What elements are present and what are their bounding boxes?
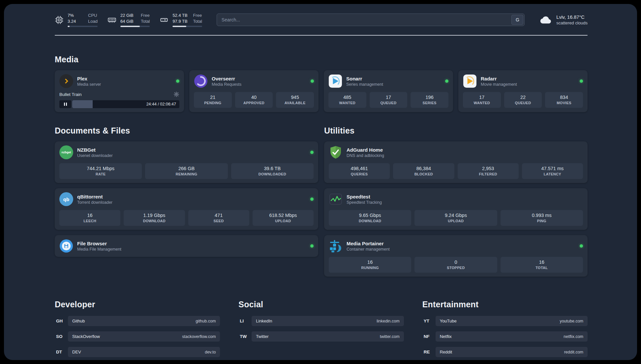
bookmark-group-social: Social LI LinkedIn linkedin.com TW Twitt… [238, 300, 404, 360]
stat-tile: 86,384 BLOCKED [393, 163, 454, 179]
weather-widget: Lviv, 16.87°C scattered clouds [539, 15, 588, 25]
card-subtitle: Media Requests [212, 82, 241, 87]
bookmark-url: github.com [196, 319, 216, 323]
stat-value: 16 [330, 259, 410, 265]
stat-tile: 9.24 Gbps UPLOAD [414, 210, 497, 226]
bookmark-name: Github [72, 318, 85, 323]
sonarr-card[interactable]: Sonarr Series management 485 WANTED 17 Q… [324, 70, 453, 112]
portainer-card[interactable]: Media Portainer Container management 16 … [324, 235, 588, 277]
adguard-card[interactable]: AdGuard Home DNS and adblocking 498,461 … [324, 141, 588, 183]
stat-tile: 471 SEED [188, 210, 249, 226]
status-dot [310, 197, 314, 201]
stat-tile: 16 TOTAL [501, 257, 583, 273]
bookmark-group-developer: Developer GH Github github.com SO StackO… [55, 300, 220, 360]
plex-icon [59, 74, 73, 88]
topbar-divider [55, 35, 588, 36]
bookmark-youtube[interactable]: YT YouTube youtube.com [422, 316, 588, 326]
bookmark-abbr: RE [422, 349, 436, 354]
bookmark-abbr: DT [55, 349, 68, 354]
nzbget-card[interactable]: nzbget NZBGet Usenet downloader 744.21 M… [55, 141, 318, 183]
status-dot [310, 151, 314, 154]
qbittorrent-icon-text: qb [63, 197, 69, 202]
stat-tile: 834 MOVIES [545, 92, 583, 108]
stat-label: QUEUED [371, 101, 406, 105]
disk-icon [160, 15, 168, 24]
bookmark-netflix[interactable]: NF Netflix netflix.com [422, 331, 588, 342]
stat-tile: 17 QUEUED [370, 92, 408, 108]
ram-label-1: Free [141, 13, 150, 18]
bookmark-url: linkedin.com [377, 319, 399, 323]
bookmark-linkedin[interactable]: LI LinkedIn linkedin.com [238, 316, 404, 326]
disk-widget: 52.4 TB 97.9 TB Free Total [160, 13, 202, 27]
stat-label: DOWNLOAD [125, 219, 183, 223]
documents-column: Documents & Files nzbget NZBGet Usenet d… [55, 112, 318, 257]
bookmark-pill: StackOverflow stackoverflow.com [68, 331, 220, 342]
pause-button[interactable] [59, 100, 71, 108]
stat-value: 17 [464, 95, 500, 100]
ram-usage-fill [120, 26, 140, 27]
media-player: 24:44 / 02:06:47 [59, 100, 179, 108]
stat-label: SEED [190, 219, 248, 223]
stat-tile: 485 WANTED [328, 92, 366, 108]
overseerr-card[interactable]: Overseerr Media Requests 21 PENDING 40 A… [189, 70, 319, 112]
section-title-entertainment: Entertainment [422, 300, 588, 309]
bookmark-twitter[interactable]: TW Twitter twitter.com [238, 331, 404, 342]
stat-value: 1.19 Gbps [125, 213, 183, 218]
stat-tile: 39.6 TB DOWNLOADED [231, 163, 314, 179]
card-subtitle: Usenet downloader [77, 153, 113, 158]
stat-value: 471 [190, 213, 248, 218]
cpu-icon [55, 15, 64, 24]
stat-tile: 0.993 ms PING [501, 210, 583, 226]
stat-label: PING [502, 219, 582, 223]
stat-value: 485 [330, 95, 365, 100]
speedtest-icon [329, 192, 343, 206]
radarr-card[interactable]: Radarr Movie management 17 WANTED 22 QUE… [458, 70, 588, 112]
bookmark-dev[interactable]: DT DEV dev.to [55, 347, 220, 357]
section-title-documents: Documents & Files [55, 126, 318, 136]
gear-icon[interactable] [173, 91, 179, 97]
nzbget-icon-text: nzbget [62, 151, 71, 154]
bookmark-abbr: TW [238, 334, 252, 339]
stat-value: 9.65 Gbps [330, 213, 410, 218]
qbittorrent-card[interactable]: qb qBittorrent Torrent downloader 16 LEE… [55, 188, 318, 230]
stat-label: UPLOAD [416, 219, 496, 223]
ram-label-2: Total [141, 18, 150, 24]
bookmark-abbr: SO [55, 334, 68, 339]
card-title: Plex [77, 76, 101, 81]
bookmark-url: stackoverflow.com [182, 334, 216, 339]
section-title-utilities: Utilities [324, 126, 588, 136]
filebrowser-card[interactable]: File Browser Media File Management [55, 235, 318, 257]
search-provider-button[interactable]: G [511, 15, 523, 25]
stat-value: 744.21 Mbps [61, 166, 140, 171]
stat-tile: 22 QUEUED [504, 92, 542, 108]
ram-free: 22 GiB [120, 13, 136, 18]
stat-label: REMAINING [146, 172, 226, 176]
stat-tile: 0 STOPPED [414, 257, 497, 273]
bookmark-name: Twitter [256, 334, 268, 339]
card-subtitle: Container management [347, 247, 390, 252]
bookmark-url: netflix.com [564, 334, 583, 339]
card-title: Speedtest [347, 194, 382, 199]
stat-label: QUERIES [330, 172, 388, 176]
speedtest-card[interactable]: Speedtest Speedtest Tracking 9.65 Gbps D… [324, 188, 588, 230]
plex-card[interactable]: Plex Media server Bullet Train [55, 70, 184, 112]
bookmark-reddit[interactable]: RE Reddit reddit.com [422, 347, 588, 357]
search-input[interactable] [217, 14, 525, 26]
cpu-usage-fill [68, 26, 70, 27]
search-bar: G [217, 14, 525, 26]
bookmark-url: youtube.com [560, 319, 583, 323]
stat-label: LATENCY [523, 172, 582, 176]
cpu-usage: 7% [68, 13, 83, 18]
stat-tile: 40 APPROVED [235, 92, 273, 108]
stat-value: 2,953 [459, 166, 517, 171]
status-dot [176, 79, 179, 83]
stat-label: DOWNLOADED [232, 172, 312, 176]
card-subtitle: Speedtest Tracking [347, 200, 382, 205]
bookmark-github[interactable]: GH Github github.com [55, 316, 220, 326]
stat-label: UPLOAD [254, 219, 312, 223]
playback-progressbar[interactable]: 24:44 / 02:06:47 [72, 100, 179, 108]
cpu-label-1: CPU [88, 13, 98, 18]
bookmark-stackoverflow[interactable]: SO StackOverflow stackoverflow.com [55, 331, 220, 342]
bookmark-name: YouTube [440, 318, 457, 323]
stat-label: WANTED [330, 101, 365, 105]
